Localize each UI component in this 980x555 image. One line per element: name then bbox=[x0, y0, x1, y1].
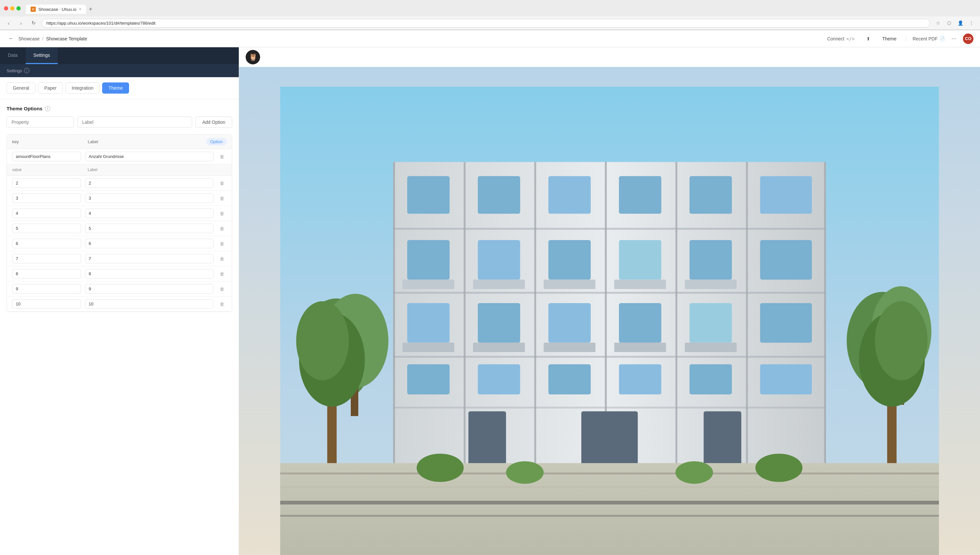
connect-label: Connect bbox=[827, 36, 844, 42]
close-window-btn[interactable] bbox=[4, 6, 8, 11]
delete-key-btn[interactable]: 🗑 bbox=[217, 152, 227, 161]
more-actions-btn[interactable]: ··· bbox=[951, 35, 956, 42]
connect-code-icon: </> bbox=[846, 36, 855, 42]
theme-btn[interactable]: Theme bbox=[879, 35, 899, 43]
tab-close-btn[interactable]: × bbox=[79, 7, 82, 11]
back-to-showcase-btn[interactable]: ← bbox=[6, 34, 16, 43]
svg-rect-15 bbox=[393, 228, 826, 230]
theme-options-info-icon[interactable]: i bbox=[45, 106, 50, 111]
new-tab-btn[interactable]: + bbox=[86, 5, 95, 14]
value-label-field-input[interactable] bbox=[85, 209, 213, 218]
user-avatar[interactable]: CO bbox=[963, 34, 974, 44]
url-bar[interactable]: https://app.uhuu.io/workspaces/101/d#/te… bbox=[42, 19, 930, 27]
minimize-window-btn[interactable] bbox=[10, 6, 14, 11]
theme-options-header: Theme Options i bbox=[6, 106, 232, 111]
toolbar-actions: ☆ ⬡ 👤 ⋮ bbox=[933, 18, 976, 27]
value-field-input[interactable] bbox=[12, 193, 81, 203]
delete-value-btn[interactable]: 🗑 bbox=[217, 179, 227, 188]
settings-nav: General Paper Integration Theme bbox=[0, 77, 239, 99]
value-label-field-input[interactable] bbox=[85, 284, 213, 294]
svg-point-62 bbox=[675, 461, 713, 484]
right-panel-header: 🦉 bbox=[239, 47, 980, 67]
app: ← Showcase / Showcase Template Connect <… bbox=[0, 30, 980, 555]
active-tab[interactable]: U Showcase · Uhuu.io × bbox=[26, 5, 86, 14]
theme-label: Theme bbox=[882, 36, 897, 42]
delete-value-btn[interactable]: 🗑 bbox=[217, 300, 227, 309]
value-field-input[interactable] bbox=[12, 284, 81, 294]
value-label-field-input[interactable] bbox=[85, 254, 213, 263]
value-label-field-input[interactable] bbox=[85, 193, 213, 203]
nav-integration-btn[interactable]: Integration bbox=[65, 82, 99, 94]
key-field-input[interactable] bbox=[12, 152, 81, 161]
value-field-input[interactable] bbox=[12, 209, 81, 218]
url-text: https://app.uhuu.io/workspaces/101/d#/te… bbox=[46, 21, 156, 26]
sub-col-label-header: Label bbox=[88, 167, 227, 172]
value-label-field-input[interactable] bbox=[85, 239, 213, 248]
header-divider bbox=[906, 35, 906, 42]
forward-btn[interactable]: › bbox=[16, 18, 26, 27]
owl-logo-icon: 🦉 bbox=[249, 53, 257, 61]
recent-pdf-btn[interactable]: Recent PDF 📄 bbox=[913, 36, 945, 42]
bookmark-icon[interactable]: ☆ bbox=[933, 18, 943, 27]
add-option-btn[interactable]: Add Option bbox=[196, 117, 232, 128]
value-field-input[interactable] bbox=[12, 224, 81, 233]
user-profile-icon[interactable]: 👤 bbox=[956, 18, 965, 27]
delete-value-btn[interactable]: 🗑 bbox=[217, 269, 227, 279]
svg-rect-48 bbox=[478, 364, 520, 395]
svg-rect-22 bbox=[619, 176, 661, 214]
svg-rect-51 bbox=[690, 364, 732, 395]
panel-body: Theme Options i Add Option bbox=[0, 99, 239, 555]
key-input-row: 🗑 bbox=[7, 149, 232, 164]
maximize-window-btn[interactable] bbox=[16, 6, 21, 11]
delete-value-btn[interactable]: 🗑 bbox=[217, 284, 227, 294]
back-btn[interactable]: ‹ bbox=[4, 18, 13, 27]
value-label-field-input[interactable] bbox=[85, 299, 213, 309]
value-field-input[interactable] bbox=[12, 299, 81, 309]
nav-general-btn[interactable]: General bbox=[6, 82, 35, 94]
delete-value-btn[interactable]: 🗑 bbox=[217, 239, 227, 248]
more-options-icon[interactable]: ⋮ bbox=[967, 18, 976, 27]
nav-paper-btn[interactable]: Paper bbox=[38, 82, 63, 94]
svg-rect-46 bbox=[685, 343, 737, 352]
extensions-icon[interactable]: ⬡ bbox=[945, 18, 954, 27]
value-label-field-input[interactable] bbox=[85, 224, 213, 233]
tab-settings[interactable]: Settings bbox=[26, 47, 58, 64]
svg-rect-31 bbox=[403, 279, 454, 289]
building-svg bbox=[239, 87, 980, 555]
svg-rect-19 bbox=[407, 176, 450, 214]
value-label-field-input[interactable] bbox=[85, 269, 213, 279]
value-field-input[interactable] bbox=[12, 269, 81, 279]
nav-theme-btn[interactable]: Theme bbox=[102, 82, 129, 94]
delete-value-btn[interactable]: 🗑 bbox=[217, 224, 227, 233]
value-field-input[interactable] bbox=[12, 254, 81, 263]
svg-point-65 bbox=[296, 301, 349, 380]
delete-value-btn[interactable]: 🗑 bbox=[217, 194, 227, 203]
value-label-field-input[interactable] bbox=[85, 178, 213, 188]
connect-btn[interactable]: Connect </> bbox=[824, 35, 857, 43]
label-input[interactable] bbox=[77, 117, 192, 128]
svg-rect-10 bbox=[534, 162, 536, 473]
svg-rect-52 bbox=[760, 364, 812, 395]
delete-value-btn[interactable]: 🗑 bbox=[217, 209, 227, 218]
svg-point-68 bbox=[875, 301, 927, 380]
upload-btn[interactable]: ⬆ bbox=[864, 35, 873, 43]
value-field-input[interactable] bbox=[12, 239, 81, 248]
delete-value-btn[interactable]: 🗑 bbox=[217, 254, 227, 263]
property-input[interactable] bbox=[6, 117, 74, 128]
svg-point-61 bbox=[506, 461, 544, 484]
reload-btn[interactable]: ↻ bbox=[29, 18, 38, 27]
main-content: Data Settings Settings i General Pap bbox=[0, 47, 980, 555]
recent-pdf-label: Recent PDF bbox=[913, 36, 938, 42]
right-panel: 🦉 bbox=[239, 47, 980, 555]
value-field-input[interactable] bbox=[12, 178, 81, 188]
panel-settings-bar: Settings i bbox=[0, 64, 239, 77]
breadcrumb-current: Showcase Template bbox=[46, 36, 87, 42]
key-label-field-input[interactable] bbox=[85, 152, 213, 161]
svg-rect-47 bbox=[407, 364, 450, 395]
settings-info-icon[interactable]: i bbox=[24, 68, 29, 73]
tab-data[interactable]: Data bbox=[0, 47, 26, 64]
svg-rect-50 bbox=[619, 364, 661, 395]
svg-rect-33 bbox=[544, 279, 595, 289]
app-header-right: Connect </> ⬆ Theme Recent PDF 📄 ··· CO bbox=[824, 34, 974, 44]
breadcrumb-home[interactable]: Showcase bbox=[18, 36, 40, 42]
